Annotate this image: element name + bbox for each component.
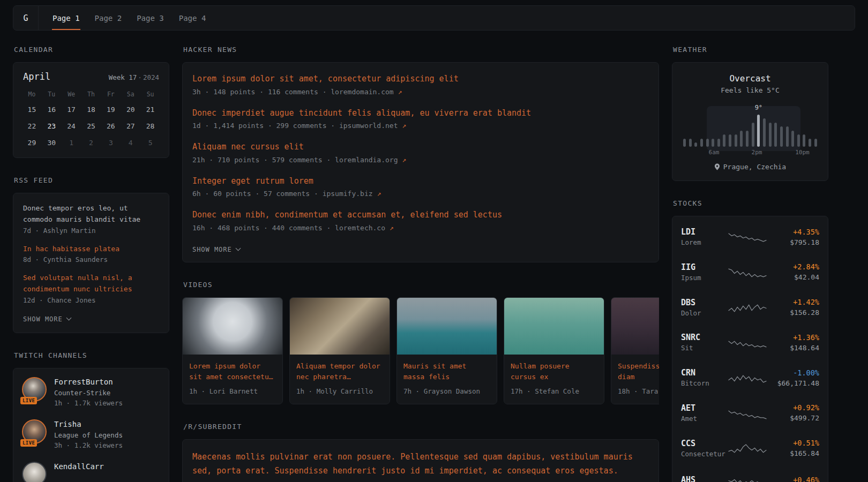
left-column: CALENDAR April Week 17·2024 MoTuWeThFrSa…: [13, 46, 169, 482]
video-thumbnail: [290, 298, 390, 355]
weather-hour-bar: [694, 142, 697, 147]
video-card[interactable]: Nullam posuere cursus ex17h · Stefan Col…: [504, 297, 604, 404]
stock-row[interactable]: CCSConsectetur+0.51%$165.84: [681, 431, 819, 466]
glance-dashboard: G Page 1Page 2Page 3Page 4 CALENDAR Apri…: [0, 5, 868, 482]
twitch-channel[interactable]: KendallCarr: [22, 462, 160, 482]
weather-hour-bar: [700, 139, 703, 147]
video-meta: 18h · Tara: [611, 382, 659, 404]
stock-name: Dolor: [681, 308, 728, 319]
stock-change: +4.35%: [767, 227, 819, 237]
calendar-day[interactable]: 17: [62, 101, 81, 118]
stock-ticker[interactable]: AHS: [681, 475, 728, 482]
video-card[interactable]: Lorem ipsum dolor sit amet consectetu…1h…: [182, 297, 283, 404]
hackernews-show-more-button[interactable]: SHOW MORE: [192, 244, 240, 253]
external-link-icon: ↗: [402, 156, 406, 164]
channel-name[interactable]: Trisha: [54, 419, 123, 430]
video-card-row: Lorem ipsum dolor sit amet consectetu…1h…: [182, 297, 659, 404]
stock-row[interactable]: AETAmet+0.92%$499.72: [681, 396, 819, 431]
app-logo[interactable]: G: [13, 6, 39, 30]
hackernews-item: Aliquam nec cursus elit21h · 710 points …: [192, 141, 649, 166]
stock-row[interactable]: SNRCSit+1.36%$148.64: [681, 325, 819, 360]
video-meta: 1h · Molly Carrillo: [290, 382, 390, 404]
hackernews-item: Lorem ipsum dolor sit amet, consectetur …: [192, 73, 649, 98]
stock-row[interactable]: DBSDolor+1.42%$156.28: [681, 290, 819, 326]
stock-identity: LDILorem: [681, 227, 728, 248]
calendar-day[interactable]: 21: [140, 101, 160, 118]
video-card[interactable]: Suspendisse placerat diam18h · Tara: [611, 297, 659, 404]
rss-section-title: RSS FEED: [14, 176, 169, 184]
calendar-weekday-row: MoTuWeThFrSaSu: [22, 87, 160, 101]
calendar-day[interactable]: 25: [81, 118, 101, 134]
stock-price: $66,171.48: [767, 378, 819, 389]
stock-ticker[interactable]: AET: [681, 403, 728, 414]
calendar-weekday-label: We: [62, 87, 81, 101]
hackernews-item-title[interactable]: Donec enim nibh, condimentum et accumsan…: [192, 209, 649, 221]
calendar-day[interactable]: 18: [81, 101, 101, 118]
twitch-channel[interactable]: LIVETrishaLeague of Legends3h · 1.2k vie…: [22, 419, 160, 451]
rss-item-meta: 7d · Ashlyn Martin: [23, 225, 159, 236]
stocks-section-title: STOCKS: [673, 199, 828, 207]
subreddit-post-title[interactable]: Maecenas mollis pulvinar erat non posuer…: [192, 450, 649, 478]
rss-item-title[interactable]: Sed volutpat nulla nisl, a condimentum n…: [23, 273, 159, 295]
stock-ticker[interactable]: CRN: [681, 367, 728, 379]
calendar-day[interactable]: 15: [22, 101, 42, 118]
hackernews-item-title[interactable]: Integer eget rutrum lorem: [192, 176, 649, 187]
tab-page-4[interactable]: Page 4: [171, 6, 214, 30]
video-title[interactable]: Lorem ipsum dolor sit amet consectetu…: [183, 355, 282, 382]
calendar-day[interactable]: 28: [140, 118, 160, 134]
stock-ticker[interactable]: SNRC: [681, 332, 728, 343]
stock-row[interactable]: IIGIpsum+2.84%$42.04: [681, 255, 819, 290]
channel-info: KendallCarr: [54, 462, 104, 482]
stock-ticker[interactable]: IIG: [681, 262, 728, 273]
video-title[interactable]: Aliquam tempor dolor nec pharetra…: [290, 355, 390, 382]
stock-row[interactable]: LDILorem+4.35%$795.18: [681, 220, 819, 255]
calendar-day[interactable]: 27: [121, 118, 140, 134]
calendar-card: April Week 17·2024 MoTuWeThFrSaSu 151617…: [13, 62, 169, 158]
rss-show-more-button[interactable]: SHOW MORE: [23, 313, 71, 323]
video-thumbnail: [611, 298, 659, 355]
stock-row[interactable]: AHS+0.46%: [681, 466, 819, 482]
subreddit-section-title: /R/SUBREDDIT: [183, 423, 659, 431]
calendar-day[interactable]: 1: [62, 134, 81, 151]
hackernews-item-title[interactable]: Donec imperdiet augue tincidunt felis al…: [192, 108, 649, 119]
rss-item-title[interactable]: Donec tempor eros leo, ut commodo mauris…: [23, 203, 159, 225]
calendar-day[interactable]: 24: [62, 118, 81, 134]
calendar-day[interactable]: 19: [101, 101, 121, 118]
video-title[interactable]: Nullam posuere cursus ex: [504, 355, 604, 382]
hackernews-item-title[interactable]: Lorem ipsum dolor sit amet, consectetur …: [192, 73, 649, 85]
channel-category: Counter-Strike: [54, 388, 123, 398]
rss-item-title[interactable]: In hac habitasse platea: [23, 244, 159, 255]
channel-name[interactable]: ForrestBurton: [54, 377, 123, 388]
hackernews-item-title[interactable]: Aliquam nec cursus elit: [192, 141, 649, 153]
stock-ticker[interactable]: CCS: [681, 438, 728, 449]
video-card[interactable]: Aliquam tempor dolor nec pharetra…1h · M…: [289, 297, 390, 404]
calendar-day-selected[interactable]: 23: [42, 118, 62, 134]
stock-ticker[interactable]: DBS: [681, 297, 728, 308]
tab-page-3[interactable]: Page 3: [129, 6, 171, 30]
calendar-day[interactable]: 22: [22, 118, 42, 134]
calendar-day[interactable]: 30: [42, 134, 62, 151]
stock-row[interactable]: CRNBitcorn-1.00%$66,171.48: [681, 360, 819, 396]
video-meta: 7h · Grayson Dawson: [397, 382, 497, 404]
stock-ticker[interactable]: LDI: [681, 227, 728, 238]
calendar-day[interactable]: 3: [101, 134, 121, 151]
twitch-channel[interactable]: LIVEForrestBurtonCounter-Strike1h · 1.7k…: [22, 377, 160, 409]
calendar-day[interactable]: 2: [81, 134, 101, 151]
video-card[interactable]: Mauris sit amet massa felis7h · Grayson …: [396, 297, 497, 404]
hackernews-section-title: HACKER NEWS: [183, 46, 659, 54]
calendar-day[interactable]: 26: [101, 118, 121, 134]
tab-page-1[interactable]: Page 1: [45, 6, 87, 30]
calendar-day[interactable]: 29: [22, 134, 42, 151]
video-title[interactable]: Suspendisse placerat diam: [611, 355, 659, 382]
channel-name[interactable]: KendallCarr: [54, 462, 104, 472]
calendar-day[interactable]: 5: [140, 134, 160, 151]
dashboard-columns: CALENDAR April Week 17·2024 MoTuWeThFrSa…: [0, 31, 868, 482]
right-column: WEATHER Overcast Feels like 5°C 9° 6am2p…: [672, 46, 828, 482]
video-title[interactable]: Mauris sit amet massa felis: [397, 355, 497, 382]
calendar-day[interactable]: 4: [121, 134, 140, 151]
calendar-day[interactable]: 20: [121, 101, 140, 118]
stock-name: Amet: [681, 414, 728, 424]
video-thumbnail: [183, 298, 282, 355]
tab-page-2[interactable]: Page 2: [87, 6, 130, 30]
calendar-day[interactable]: 16: [42, 101, 62, 118]
